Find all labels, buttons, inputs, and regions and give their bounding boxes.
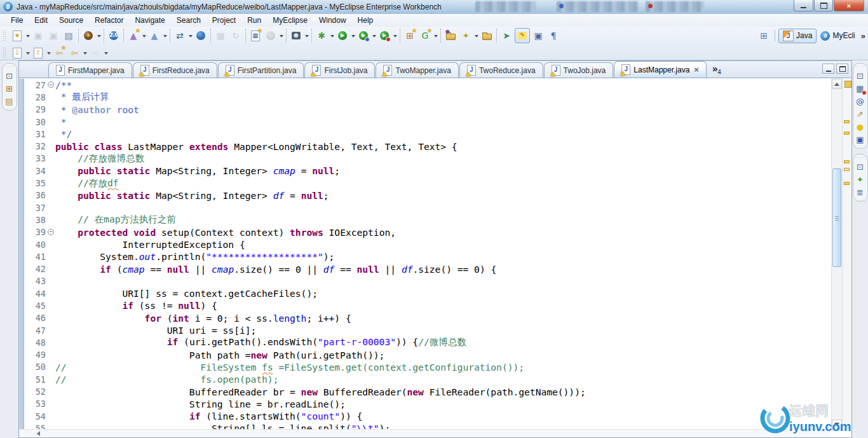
code-line[interactable]: 41 System.out.println("*****************…: [24, 250, 831, 263]
screenshot-camera-dropdown-icon[interactable]: [305, 35, 309, 39]
menu-edit[interactable]: Edit: [29, 15, 53, 26]
menu-navigate[interactable]: Navigate: [129, 15, 170, 26]
code-line[interactable]: 28 * 最后计算: [24, 91, 831, 103]
save-button[interactable]: ▣: [31, 29, 45, 43]
new-wizard-button[interactable]: ★: [10, 29, 24, 43]
new-webservice-wizard-dropdown-icon[interactable]: [163, 35, 167, 39]
jar-package-button[interactable]: ▦: [214, 29, 227, 43]
tab-overflow-chevron[interactable]: »4: [712, 63, 721, 76]
menu-refactor[interactable]: Refactor: [89, 15, 129, 26]
code-line[interactable]: 51// fs.open(path);: [24, 373, 831, 385]
editor-minimize-button[interactable]: [822, 64, 834, 74]
tab-tworeduce-java[interactable]: JTwoReduce.java: [459, 62, 543, 78]
tab-lastmapper-java[interactable]: JLastMapper.java×: [614, 61, 707, 78]
screenshot-camera-button[interactable]: ●: [289, 29, 303, 43]
window-close-button[interactable]: ×: [834, 0, 864, 11]
toolbar-handle[interactable]: [3, 30, 6, 41]
code-line[interactable]: 39 protected void setup(Context context)…: [24, 226, 831, 238]
fold-collapse-icon[interactable]: [48, 229, 54, 235]
scroll-up-button[interactable]: [832, 79, 842, 89]
next-annotation-dropdown-icon[interactable]: [26, 52, 30, 57]
code-line[interactable]: 43: [24, 275, 831, 287]
menu-help[interactable]: Help: [352, 15, 379, 26]
tab-firstmapper-java[interactable]: JFirstMapper.java: [48, 62, 132, 78]
occurrence-mark[interactable]: [844, 132, 850, 135]
print-button[interactable]: ▤: [62, 29, 76, 43]
code-line[interactable]: 44 URI[] ss = context.getCacheFiles();: [24, 287, 831, 299]
run-history-button[interactable]: ▶: [356, 29, 370, 43]
servers-view-icon[interactable]: ▦: [855, 82, 866, 95]
code-line[interactable]: 47 URI uri = ss[i];: [24, 324, 831, 336]
open-resource-button[interactable]: [480, 29, 494, 43]
new-groovy-class-dropdown-icon[interactable]: [434, 35, 438, 39]
restore-pane-icon[interactable]: ⊡: [855, 69, 866, 82]
show-whitespace-button[interactable]: ¶: [546, 29, 560, 43]
code-line[interactable]: 38 // 在map方法执行之前: [24, 214, 831, 226]
code-line[interactable]: 40 InterruptedException {: [24, 238, 831, 250]
perspective-myeclipse[interactable]: 8MyEcli: [817, 30, 858, 42]
previous-annotation-dropdown-icon[interactable]: [47, 52, 51, 57]
show-selected-element-button[interactable]: ▣: [531, 29, 545, 43]
report-preview-dropdown-icon[interactable]: [280, 35, 283, 39]
code-line[interactable]: 36 public static Map<String, Integer> df…: [24, 189, 831, 202]
perspective-overflow-chevron[interactable]: »: [861, 31, 865, 41]
console-view-icon[interactable]: ▣: [855, 133, 866, 146]
web2-browser-button[interactable]: 2.0: [107, 29, 121, 43]
report-design-button[interactable]: ▦★: [248, 29, 262, 43]
perspective-java[interactable]: JJava: [778, 29, 817, 43]
outline-view-icon[interactable]: ≣: [855, 186, 866, 198]
profile-button[interactable]: ▶: [377, 29, 391, 43]
tab-firstpartition-java[interactable]: JFirstPartition.java: [218, 62, 304, 78]
editor-maximize-button[interactable]: [836, 64, 848, 74]
code-line[interactable]: 30 *: [24, 116, 831, 128]
window-minimize-button[interactable]: [794, 0, 813, 11]
forward-button[interactable]: ⇨: [88, 46, 102, 60]
code-editor[interactable]: 27/**28 * 最后计算29 * @author root30 *31 */…: [24, 79, 831, 430]
tab-firstreduce-java[interactable]: JFirstReduce.java: [133, 62, 217, 78]
code-line[interactable]: 48 if (uri.getPath().endsWith("part-r-00…: [24, 336, 831, 348]
package-explorer-icon[interactable]: ⊞: [4, 82, 15, 95]
new-web-wizard-button[interactable]: ▲★: [126, 29, 140, 43]
code-line[interactable]: 31 */: [24, 128, 831, 140]
menu-window[interactable]: Window: [313, 15, 352, 26]
run-button[interactable]: ▶: [336, 29, 349, 43]
next-annotation-button[interactable]: ⇩: [10, 46, 24, 60]
db-browser-view-icon[interactable]: ●: [855, 120, 866, 133]
occurrence-mark[interactable]: [844, 160, 850, 163]
tab-twomapper-java[interactable]: JTwoMapper.java: [376, 62, 458, 78]
search-button[interactable]: ✦: [459, 29, 473, 43]
search-dropdown-icon[interactable]: [475, 35, 478, 39]
menu-myeclipse[interactable]: MyEclipse: [267, 15, 313, 26]
debug-dropdown-icon[interactable]: [330, 35, 334, 39]
new-web-wizard-dropdown-icon[interactable]: [142, 35, 146, 39]
forward-dropdown-icon[interactable]: [104, 52, 108, 57]
refresh-server-button[interactable]: ↻: [229, 29, 243, 43]
report-preview-button[interactable]: [264, 29, 278, 43]
code-line[interactable]: 37: [24, 202, 831, 214]
scroll-down-button[interactable]: [832, 420, 842, 430]
toolbar-handle[interactable]: [3, 47, 6, 58]
mark-occurrences-button[interactable]: ✎: [515, 28, 530, 43]
window-maximize-button[interactable]: [814, 0, 833, 11]
overview-ruler[interactable]: [842, 79, 851, 430]
vertical-scrollbar[interactable]: [831, 79, 842, 430]
save-all-button[interactable]: ▣: [46, 29, 60, 43]
run-history-dropdown-icon[interactable]: [372, 35, 376, 39]
deploy-module-button[interactable]: ⇄: [173, 29, 187, 43]
occurrence-mark[interactable]: [844, 120, 850, 123]
occurrence-mark[interactable]: [844, 182, 850, 185]
horizontal-scrollbar[interactable]: [19, 429, 831, 437]
previous-annotation-button[interactable]: ⇧: [31, 46, 45, 60]
drag-handle-icon[interactable]: ·····: [855, 64, 865, 69]
tab-firstjob-java[interactable]: JFirstJob.java: [304, 62, 375, 78]
new-wizard-dropdown-icon[interactable]: [26, 35, 30, 39]
open-perspective-button[interactable]: ⊞: [757, 29, 771, 43]
code-line[interactable]: 32public class LastMapper extends Mapper…: [24, 140, 831, 152]
code-line[interactable]: 46 for (int i = 0; i < ss.length; i++) {: [24, 312, 831, 324]
code-line[interactable]: 35 //存放df: [24, 177, 831, 189]
new-groovy-class-button[interactable]: G★: [418, 29, 432, 43]
code-line[interactable]: 52 BufferedReader br = new BufferedReade…: [24, 385, 831, 397]
code-line[interactable]: 29 * @author root: [24, 104, 831, 116]
drag-handle-icon[interactable]: ·····: [855, 155, 865, 160]
navigator-icon[interactable]: ▤: [4, 95, 15, 107]
